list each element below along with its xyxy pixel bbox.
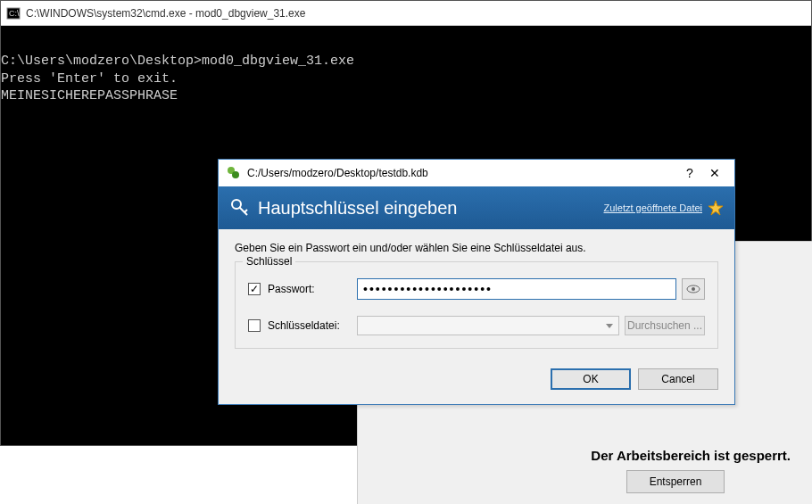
keyfile-row: Schlüsseldatei: Durchsuchen ... bbox=[248, 316, 705, 335]
keyfile-select[interactable] bbox=[357, 316, 619, 335]
dialog-body: Geben Sie ein Passwort ein und/oder wähl… bbox=[219, 229, 734, 356]
fieldset-legend: Schlüssel bbox=[243, 255, 295, 268]
banner-title: Hauptschlüssel eingeben bbox=[258, 198, 604, 219]
password-checkbox[interactable] bbox=[248, 283, 261, 295]
cmd-icon: C:\ bbox=[6, 6, 21, 21]
cmd-body[interactable]: C:\Users\modzero\Desktop>mod0_dbgview_31… bbox=[1, 26, 811, 105]
star-icon[interactable] bbox=[708, 200, 724, 216]
keyfile-label: Schlüsseldatei: bbox=[268, 319, 357, 332]
reveal-password-button[interactable] bbox=[682, 278, 705, 300]
svg-text:C:\: C:\ bbox=[9, 9, 20, 18]
password-input[interactable] bbox=[357, 278, 676, 300]
svg-point-9 bbox=[692, 287, 695, 291]
password-row: Passwort: bbox=[248, 278, 705, 300]
cancel-button[interactable]: Cancel bbox=[638, 368, 718, 390]
cmd-line: Press 'Enter' to exit. bbox=[1, 70, 811, 88]
password-label: Passwort: bbox=[268, 283, 357, 295]
browse-button: Durchsuchen ... bbox=[625, 316, 705, 335]
svg-line-6 bbox=[244, 210, 247, 212]
key-icon bbox=[229, 197, 251, 219]
dialog-instruction: Geben Sie ein Passwort ein und/oder wähl… bbox=[235, 242, 718, 254]
svg-marker-7 bbox=[708, 201, 723, 215]
dialog-footer: OK Cancel bbox=[219, 356, 734, 404]
cmd-line: C:\Users\modzero\Desktop>mod0_dbgview_31… bbox=[1, 53, 811, 70]
keepass-icon bbox=[226, 165, 242, 181]
cmd-line: MEINESICHEREPASSPHRASE bbox=[1, 87, 811, 105]
svg-point-3 bbox=[232, 171, 239, 178]
ok-button[interactable]: OK bbox=[551, 368, 631, 390]
dialog-titlebar[interactable]: C:/Users/modzero/Desktop/testdb.kdb ? ✕ bbox=[219, 160, 734, 186]
workspace-locked-message: Der Arbeitsbereich ist gesperrt. bbox=[591, 448, 791, 463]
dialog-title: C:/Users/modzero/Desktop/testdb.kdb bbox=[247, 167, 677, 179]
keyfile-checkbox[interactable] bbox=[248, 319, 261, 332]
key-fieldset: Schlüssel Passwort: Schlüsseldatei: Durc… bbox=[235, 261, 718, 349]
dialog-banner: Hauptschlüssel eingeben Zuletzt geöffnet… bbox=[219, 186, 734, 229]
help-button[interactable]: ? bbox=[677, 166, 702, 180]
cmd-title: C:\WINDOWS\system32\cmd.exe - mod0_dbgvi… bbox=[26, 7, 305, 20]
recent-file-link[interactable]: Zuletzt geöffnete Datei bbox=[604, 202, 702, 213]
master-key-dialog: C:/Users/modzero/Desktop/testdb.kdb ? ✕ … bbox=[218, 159, 735, 405]
cmd-titlebar[interactable]: C:\ C:\WINDOWS\system32\cmd.exe - mod0_d… bbox=[1, 1, 811, 26]
close-button[interactable]: ✕ bbox=[702, 166, 727, 180]
unlock-button[interactable]: Entsperren bbox=[626, 470, 725, 493]
